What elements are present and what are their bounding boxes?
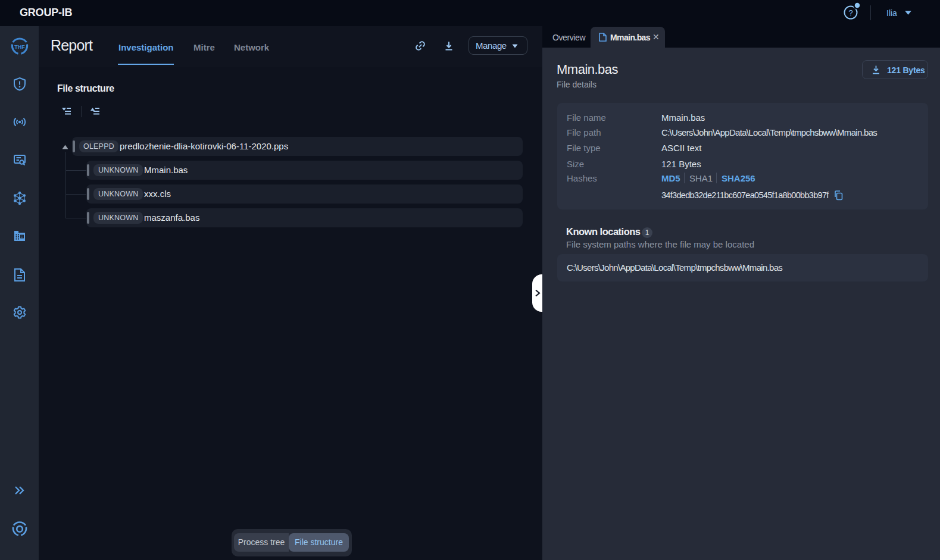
svg-text:THF: THF [14,44,25,50]
svg-text:?: ? [848,8,852,17]
